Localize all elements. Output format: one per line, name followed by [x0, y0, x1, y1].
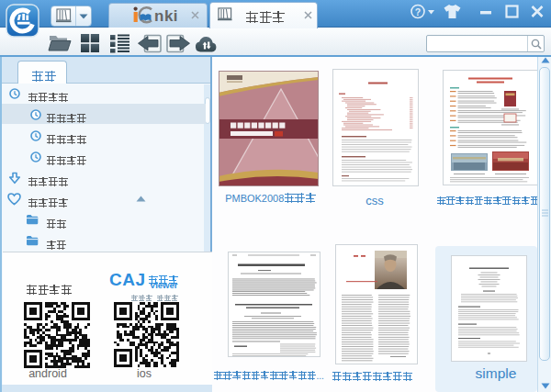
svg-text:nki: nki: [154, 7, 178, 24]
svg-text:?: ?: [415, 6, 421, 17]
